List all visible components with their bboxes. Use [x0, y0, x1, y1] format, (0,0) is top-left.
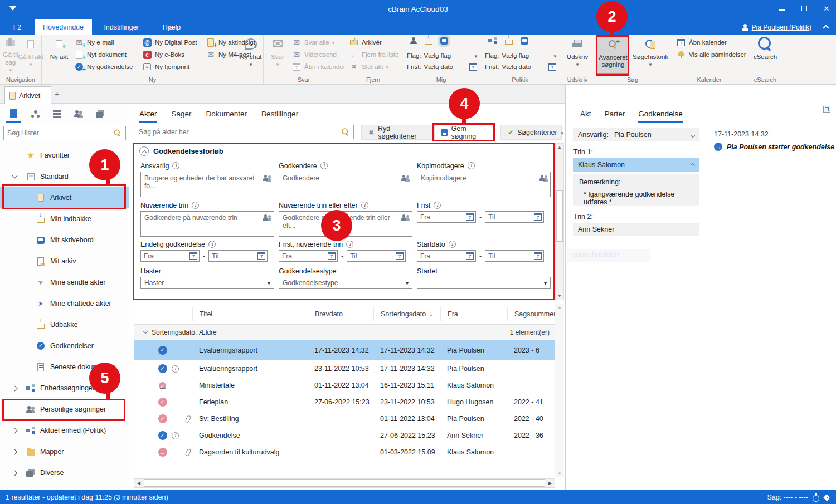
group-collapse-icon[interactable] [143, 329, 148, 334]
scroll-down-icon[interactable]: ▼ [556, 293, 563, 299]
open-calendar-button[interactable]: 7Åbn kalender [676, 37, 746, 48]
goto-record-button[interactable]: Gå til akt [18, 36, 43, 74]
menu-tab-indstillinger[interactable]: Indstillinger [96, 19, 147, 35]
lists-records-icon[interactable] [8, 108, 19, 119]
frist-trin-til-field[interactable]: Til7 [347, 250, 406, 262]
scroll-down-icon[interactable]: ▼ [555, 471, 564, 476]
search-history-button[interactable]: Søgehistorik [632, 36, 669, 74]
sidebar-item-diverse[interactable]: Diverse [0, 462, 129, 483]
clear-criteria-button[interactable]: Ryd søgekriterier [361, 125, 435, 140]
column-titel[interactable]: Titel [192, 307, 308, 321]
scroll-up-icon[interactable]: ▲ [556, 145, 563, 150]
endelig-fra-field[interactable]: Fra7 [140, 250, 200, 262]
add-tab-button[interactable]: + [55, 89, 60, 99]
people-picker-icon[interactable] [401, 214, 410, 221]
deadline-calendar-icon[interactable]: 7 [469, 63, 477, 71]
table-horizontal-scrollbar[interactable]: ◀ ▶ [134, 478, 555, 488]
calendar-icon[interactable]: 7 [257, 252, 265, 260]
startdato-til-field[interactable]: Til7 [485, 250, 544, 262]
new-record-button[interactable]: Ny akt [46, 36, 72, 74]
calendar-icon[interactable]: 7 [534, 252, 542, 260]
participants-icon[interactable] [73, 108, 84, 119]
archive-button[interactable]: Arkivér [349, 37, 398, 48]
record-search-icon[interactable] [342, 128, 349, 136]
scroll-left-icon[interactable]: ◀ [134, 481, 143, 486]
unit-desktop-icon[interactable] [521, 37, 528, 45]
endelig-til-field[interactable]: Til7 [208, 250, 268, 262]
table-row[interactable]: Evalueringsrapport 17-11-2023 14:32 17-1… [134, 340, 555, 360]
sidebar-item-godkendelser[interactable]: Godkendelser [0, 335, 129, 356]
table-row[interactable]: Ministertale 01-11-2022 13:04 16-11-2023… [134, 377, 555, 394]
sidebar-item-mine-chattede-akter[interactable]: Mine chattede akter [0, 293, 129, 314]
maximize-button[interactable] [799, 3, 809, 13]
table-row[interactable]: Sv: Bestilling 01-11-2022 13:04 Pia Poul… [134, 410, 555, 427]
info-icon[interactable] [172, 162, 179, 169]
calendar-icon[interactable]: 7 [534, 213, 542, 221]
minimize-button[interactable] [777, 3, 787, 13]
column-sorteringsdato[interactable]: Sorteringsdato [373, 307, 440, 321]
table-row[interactable]: Dagsorden til kulturudvalg 01-03-2022 15… [134, 444, 555, 461]
my-inbox-icon[interactable] [425, 40, 432, 45]
sidebar-item-mit-arkiv[interactable]: Mit arkiv [0, 251, 129, 272]
info-icon[interactable] [346, 241, 353, 248]
new-document-button[interactable]: Nyt dokument [74, 49, 133, 60]
godkendere-field[interactable]: Godkendere [279, 172, 412, 197]
responsible-selector[interactable]: Ansvarlig: Pia Poulsen [573, 128, 699, 141]
record-search-box[interactable] [135, 125, 354, 139]
print-button[interactable]: Udskriv [565, 36, 590, 74]
collapse-section-icon[interactable] [139, 146, 149, 156]
new-chat-button[interactable]: Ny chat [238, 36, 264, 74]
preview-tab-godkendelse[interactable]: Godkendelse [638, 104, 683, 124]
ansvarlig-field[interactable]: Brugere og enheder der har ansvaret fo..… [140, 172, 274, 197]
show-reminders-button[interactable]: Vis alle påmindelser [676, 49, 746, 60]
sidebar-search-icon[interactable] [114, 130, 121, 137]
chevron-right-icon[interactable] [12, 428, 17, 433]
new-eboks-button[interactable]: eNy e-Boks [142, 49, 197, 60]
haster-dropdown[interactable]: Haster [140, 277, 274, 289]
unit-deadline-row[interactable]: Frist: Vælg dato 7 [485, 61, 556, 72]
godkendelsestype-dropdown[interactable]: Godkendelsestype [279, 277, 412, 289]
record-search-input[interactable] [139, 128, 341, 136]
new-email-button[interactable]: Ny e-mail [74, 37, 133, 48]
column-brevdato[interactable]: Brevdato [308, 307, 373, 321]
table-row[interactable]: Godkendelse 27-06-2022 15:23 Ann Sekner … [134, 427, 555, 444]
nuvaerende-trin-field[interactable]: Godkendere på nuværende trin [140, 211, 274, 237]
delete-record-button[interactable]: Slet akt [349, 61, 398, 72]
collapse-ribbon-icon[interactable] [823, 25, 829, 31]
info-icon[interactable] [320, 162, 328, 169]
new-fjernprint-button[interactable]: ≡Ny fjernprint [142, 61, 197, 72]
frist-fra-field[interactable]: Fra7 [417, 211, 476, 223]
table-vertical-scrollbar[interactable]: ▲ ▼ [555, 304, 564, 477]
calendar-icon[interactable]: 7 [189, 252, 197, 260]
folders-icon[interactable] [95, 108, 106, 119]
forward-button[interactable]: Videresend [291, 49, 346, 60]
column-fra[interactable]: Fra [440, 307, 507, 321]
sidebar-item-udbakke[interactable]: Udbakke [0, 314, 129, 335]
close-button[interactable]: ✕ [822, 3, 832, 13]
people-picker-icon[interactable] [401, 175, 410, 182]
sidebar-search-input[interactable] [7, 129, 113, 137]
step2-approver[interactable]: Ann Sekner [573, 223, 699, 236]
column-icons[interactable] [134, 307, 192, 321]
archive-lists-icon[interactable] [51, 108, 62, 119]
advanced-search-button[interactable]: + Avanceret søgning [597, 36, 629, 74]
tab-akter[interactable]: Akter [139, 104, 157, 124]
scrollbar-thumb[interactable] [556, 190, 563, 242]
table-group-row[interactable]: Sorteringsdato: Ældre 1 element(er) [134, 325, 555, 340]
kopimodtagere-field[interactable]: Kopimodtagere [417, 172, 551, 197]
people-picker-icon[interactable] [539, 175, 548, 182]
chevron-right-icon[interactable] [12, 470, 17, 476]
popout-icon[interactable] [823, 106, 830, 113]
menu-tab-hovedvindue[interactable]: Hovedvindue [35, 19, 92, 35]
chevron-down-icon[interactable] [12, 173, 17, 179]
frist-trin-fra-field[interactable]: Fra7 [279, 250, 338, 262]
new-approval-button[interactable]: Ny godkendelse [74, 61, 133, 72]
sidebar-search[interactable] [3, 126, 126, 140]
search-criteria-button[interactable]: Søgekriterier [500, 125, 562, 140]
criteria-scrollbar[interactable]: ▲ ▼ [555, 143, 564, 300]
calendar-icon[interactable]: 7 [466, 252, 474, 260]
units-searches-icon[interactable] [30, 108, 41, 119]
people-picker-icon[interactable] [263, 175, 271, 182]
info-icon[interactable] [434, 202, 441, 209]
scroll-right-icon[interactable]: ▶ [546, 481, 555, 486]
